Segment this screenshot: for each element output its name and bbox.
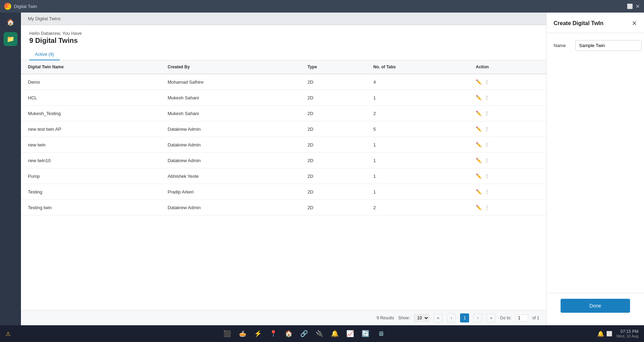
taskbar-pin-icon[interactable]: 📍 (267, 327, 280, 340)
sidebar-item-folder[interactable]: 📁 (3, 32, 17, 46)
cell-name: new twin10 (21, 153, 161, 168)
table-row: Pump Abhishek Yeole 2D 1 ✏️ ⋮ (21, 168, 546, 184)
taskbar-notification-icon[interactable]: 🔔 (597, 330, 604, 337)
edit-button[interactable]: ✏️ (476, 158, 482, 163)
table-row: Mukesh_Testing Mukesh Sahani 2D 2 ✏️ ⋮ (21, 106, 546, 121)
done-button[interactable]: Done (561, 299, 630, 313)
side-panel-close-button[interactable]: ✕ (632, 20, 637, 27)
cell-action: ✏️ ⋮ (469, 200, 546, 215)
prev-page-button[interactable]: ‹ (447, 313, 456, 322)
time-block: 07:15 PM Wed, 10 Aug (616, 329, 638, 338)
edit-button[interactable]: ✏️ (476, 111, 482, 116)
breadcrumb-text: My Digital Twins (28, 16, 61, 21)
app-title: Digital Twin (14, 4, 37, 9)
breadcrumb: My Digital Twins (21, 13, 546, 25)
edit-button[interactable]: ✏️ (476, 126, 482, 132)
edit-button[interactable]: ✏️ (476, 189, 482, 195)
cell-created-by: Datakrew Admin (161, 121, 301, 137)
close-window-button[interactable]: ✕ (636, 3, 640, 9)
cell-type: 2D (301, 137, 367, 153)
taskbar-flow-icon[interactable]: ⚡ (252, 327, 264, 340)
app-logo (4, 3, 11, 10)
cell-name: Testing twin (21, 200, 161, 215)
taskbar-monitor-icon[interactable]: 🖥 (375, 327, 387, 340)
next-page-button[interactable]: › (473, 313, 482, 322)
cell-created-by: Datakrew Admin (161, 153, 301, 168)
cell-type: 2D (301, 106, 367, 121)
cell-name: new test twin AP (21, 121, 161, 137)
show-label: Show: (398, 316, 410, 320)
more-button[interactable]: ⋮ (484, 111, 489, 116)
sidebar-item-home[interactable]: 🏠 (3, 15, 17, 29)
edit-button[interactable]: ✏️ (476, 79, 482, 85)
main-content: My Digital Twins Hello Datakrew, You Hav… (21, 13, 546, 325)
page-title: 9 Digital Twins (29, 37, 538, 45)
taskbar-expand-icon[interactable]: ⬜ (606, 331, 612, 336)
main-layout: 🏠 📁 My Digital Twins Hello Datakrew, You… (0, 13, 644, 325)
cell-action: ✏️ ⋮ (469, 153, 546, 168)
taskbar-home-icon[interactable]: 🏠 (282, 327, 295, 340)
date-display: Wed, 10 Aug (616, 334, 638, 338)
cell-type: 2D (301, 168, 367, 184)
cell-tabs: 2 (367, 106, 469, 121)
total-pages: of 1 (532, 316, 539, 320)
cell-type: 2D (301, 121, 367, 137)
more-button[interactable]: ⋮ (484, 79, 489, 85)
edit-button[interactable]: ✏️ (476, 142, 482, 147)
page-header: Hello Datakrew, You Have 9 Digital Twins… (21, 25, 546, 60)
name-input[interactable] (575, 40, 642, 51)
cell-created-by: Datakrew Admin (161, 137, 301, 153)
goto-input[interactable] (516, 314, 528, 321)
taskbar-plug-icon[interactable]: 🔌 (313, 327, 326, 340)
cell-action: ✏️ ⋮ (469, 74, 546, 90)
warning-icon: ⚠ (6, 330, 10, 337)
cell-name: Testing (21, 184, 161, 200)
taskbar-squares-icon[interactable]: ⬛ (221, 327, 234, 340)
taskbar-bell-icon[interactable]: 🔔 (328, 327, 341, 340)
col-created-by: Created By (161, 60, 301, 74)
table-row: new test twin AP Datakrew Admin 2D 5 ✏️ … (21, 121, 546, 137)
cell-tabs: 1 (367, 168, 469, 184)
cell-name: new twin (21, 137, 161, 153)
side-panel-header: Create Digital TwIn ✕ (547, 13, 644, 33)
title-bar-controls[interactable]: ⬜ ✕ (627, 3, 640, 9)
more-button[interactable]: ⋮ (484, 126, 489, 132)
page-1-button[interactable]: 1 (460, 313, 469, 322)
cell-type: 2D (301, 200, 367, 215)
results-count: 9 Results (377, 316, 394, 320)
edit-button[interactable]: ✏️ (476, 205, 482, 210)
cell-name: Mukesh_Testing (21, 106, 161, 121)
taskbar-trend-icon[interactable]: 📈 (344, 327, 356, 340)
edit-button[interactable]: ✏️ (476, 95, 482, 100)
taskbar-recycle-icon[interactable]: 🔄 (359, 327, 372, 340)
edit-button[interactable]: ✏️ (476, 173, 482, 179)
restore-button[interactable]: ⬜ (627, 3, 633, 9)
cell-action: ✏️ ⋮ (469, 90, 546, 106)
cell-tabs: 1 (367, 153, 469, 168)
first-page-button[interactable]: « (434, 313, 443, 322)
last-page-button[interactable]: » (487, 313, 496, 322)
table-row: new twin10 Datakrew Admin 2D 1 ✏️ ⋮ (21, 153, 546, 168)
digital-twins-table: Digital Twin Name Created By Type No. of… (21, 60, 546, 215)
name-label: Name (554, 43, 571, 48)
more-button[interactable]: ⋮ (484, 189, 489, 195)
show-select[interactable]: 10 25 50 (414, 314, 429, 322)
cell-created-by: Mohamad Safhire (161, 74, 301, 90)
title-bar: Digital Twin ⬜ ✕ (0, 0, 644, 13)
cell-tabs: 2 (367, 200, 469, 215)
cell-type: 2D (301, 153, 367, 168)
cell-action: ✏️ ⋮ (469, 168, 546, 184)
tab-active[interactable]: Active (9) (29, 49, 60, 60)
cell-name: Demo (21, 74, 161, 90)
cell-type: 2D (301, 184, 367, 200)
more-button[interactable]: ⋮ (484, 95, 489, 100)
more-button[interactable]: ⋮ (484, 142, 489, 147)
cell-created-by: Abhishek Yeole (161, 168, 301, 184)
cell-created-by: Datakrew Admin (161, 200, 301, 215)
cell-tabs: 5 (367, 121, 469, 137)
taskbar-link-icon[interactable]: 🔗 (298, 327, 310, 340)
more-button[interactable]: ⋮ (484, 173, 489, 179)
taskbar-chart-icon[interactable]: 🥧 (236, 327, 249, 340)
more-button[interactable]: ⋮ (484, 158, 489, 163)
more-button[interactable]: ⋮ (484, 205, 489, 210)
